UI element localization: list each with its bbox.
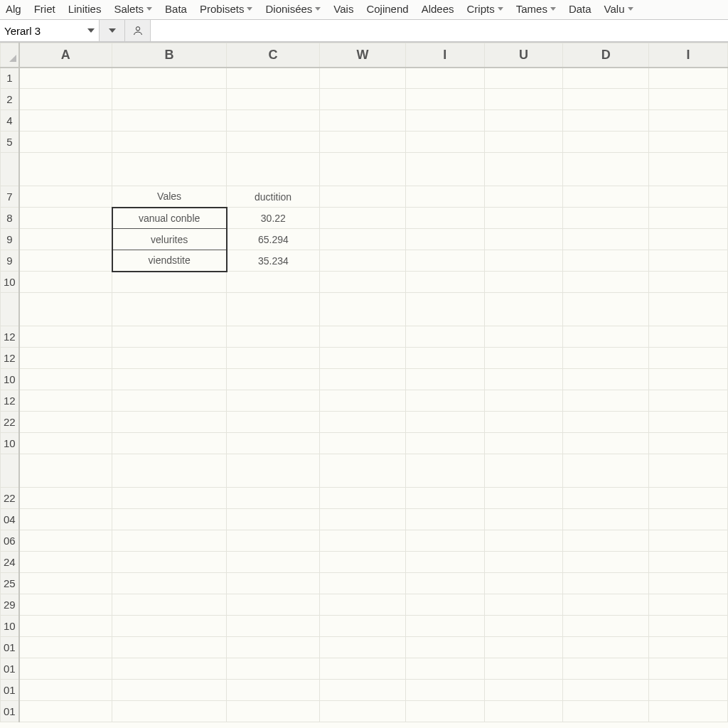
name-box[interactable] bbox=[0, 20, 100, 41]
chevron-down-icon bbox=[550, 7, 556, 11]
spreadsheet-grid[interactable]: A B C W I U D I 1 2 4 5 7 Vales ductitio… bbox=[0, 43, 728, 728]
row-header[interactable] bbox=[1, 293, 19, 326]
person-icon bbox=[132, 25, 144, 36]
col-header-i2[interactable]: I bbox=[649, 43, 728, 68]
cell-c9b[interactable]: 35.234 bbox=[227, 250, 320, 272]
row-header[interactable]: 01 bbox=[1, 637, 19, 658]
row-header[interactable]: 5 bbox=[1, 132, 19, 153]
row-header[interactable]: 9 bbox=[1, 229, 19, 250]
row-header[interactable]: 10 bbox=[1, 433, 19, 454]
menu-tames[interactable]: Tames bbox=[516, 3, 556, 15]
cell-b9[interactable]: velurites bbox=[112, 229, 227, 250]
row-header[interactable]: 1 bbox=[1, 68, 19, 89]
row-header[interactable]: 12 bbox=[1, 390, 19, 412]
menu-salets[interactable]: Salets bbox=[114, 3, 152, 15]
person-button[interactable] bbox=[125, 20, 151, 41]
row-header[interactable]: 10 bbox=[1, 369, 19, 390]
row-header[interactable] bbox=[1, 454, 19, 488]
cell-b9b[interactable]: viendstite bbox=[112, 250, 227, 272]
menu-valu[interactable]: Valu bbox=[604, 3, 633, 15]
row-header[interactable]: 10 bbox=[1, 272, 19, 293]
row-header[interactable]: 29 bbox=[1, 594, 19, 616]
menu-friet[interactable]: Friet bbox=[34, 3, 55, 15]
col-header-w[interactable]: W bbox=[320, 43, 406, 68]
chevron-down-icon bbox=[498, 7, 503, 11]
menu-dionisees[interactable]: Dionisées bbox=[265, 3, 321, 15]
select-all-corner[interactable] bbox=[1, 43, 19, 68]
col-header-d[interactable]: D bbox=[563, 43, 649, 68]
row-header[interactable]: 22 bbox=[1, 412, 19, 433]
row-header[interactable]: 9 bbox=[1, 250, 19, 272]
chevron-down-icon[interactable] bbox=[87, 28, 95, 33]
row-header[interactable]: 10 bbox=[1, 616, 19, 637]
formula-bar[interactable] bbox=[151, 20, 728, 41]
col-header-b[interactable]: B bbox=[112, 43, 227, 68]
menu-probisets[interactable]: Probisets bbox=[200, 3, 253, 15]
dropdown-button[interactable] bbox=[100, 20, 125, 41]
chevron-down-icon bbox=[628, 7, 633, 11]
col-header-c[interactable]: C bbox=[227, 43, 320, 68]
cell-b7[interactable]: Vales bbox=[112, 186, 227, 208]
name-box-input[interactable] bbox=[4, 25, 85, 37]
row-header[interactable]: 12 bbox=[1, 326, 19, 348]
row-header[interactable]: 12 bbox=[1, 348, 19, 369]
menu-linities[interactable]: Linities bbox=[68, 3, 102, 15]
menu-alg[interactable]: Alg bbox=[6, 3, 21, 15]
menu-data[interactable]: Data bbox=[569, 3, 592, 15]
row-header[interactable]: 06 bbox=[1, 530, 19, 552]
menu-cojinend[interactable]: Cojinend bbox=[366, 3, 408, 15]
chevron-down-icon bbox=[146, 7, 152, 11]
row-header[interactable]: 01 bbox=[1, 658, 19, 680]
menu-aldees[interactable]: Aldees bbox=[422, 3, 454, 15]
row-header[interactable]: 01 bbox=[1, 680, 19, 701]
formula-toolbar bbox=[0, 20, 728, 43]
col-header-u[interactable]: U bbox=[484, 43, 563, 68]
row-header[interactable]: 24 bbox=[1, 552, 19, 573]
cell-c8[interactable]: 30.22 bbox=[227, 208, 320, 229]
chevron-down-icon bbox=[315, 7, 321, 11]
row-header[interactable]: 7 bbox=[1, 186, 19, 208]
row-header[interactable]: 2 bbox=[1, 89, 19, 110]
col-header-a[interactable]: A bbox=[19, 43, 112, 68]
menu-bar: Alg Friet Linities Salets Bata Probisets… bbox=[0, 0, 728, 20]
cell-c7[interactable]: ductition bbox=[227, 186, 320, 208]
cell-c9[interactable]: 65.294 bbox=[227, 229, 320, 250]
triangle-icon bbox=[9, 55, 16, 62]
col-header-i[interactable]: I bbox=[405, 43, 484, 68]
menu-cripts[interactable]: Cripts bbox=[467, 3, 503, 15]
cell-b8[interactable]: vanual conble bbox=[112, 208, 227, 229]
svg-point-0 bbox=[136, 27, 139, 31]
menu-vais[interactable]: Vais bbox=[333, 3, 353, 15]
row-header[interactable]: 8 bbox=[1, 208, 19, 229]
chevron-down-icon bbox=[109, 28, 116, 33]
row-header[interactable]: 4 bbox=[1, 110, 19, 132]
row-header[interactable]: 25 bbox=[1, 573, 19, 594]
row-header[interactable]: 22 bbox=[1, 488, 19, 509]
row-header[interactable]: 04 bbox=[1, 509, 19, 530]
chevron-down-icon bbox=[247, 7, 252, 11]
row-header[interactable] bbox=[1, 153, 19, 186]
row-header[interactable]: 01 bbox=[1, 701, 19, 722]
menu-bata[interactable]: Bata bbox=[165, 3, 187, 15]
